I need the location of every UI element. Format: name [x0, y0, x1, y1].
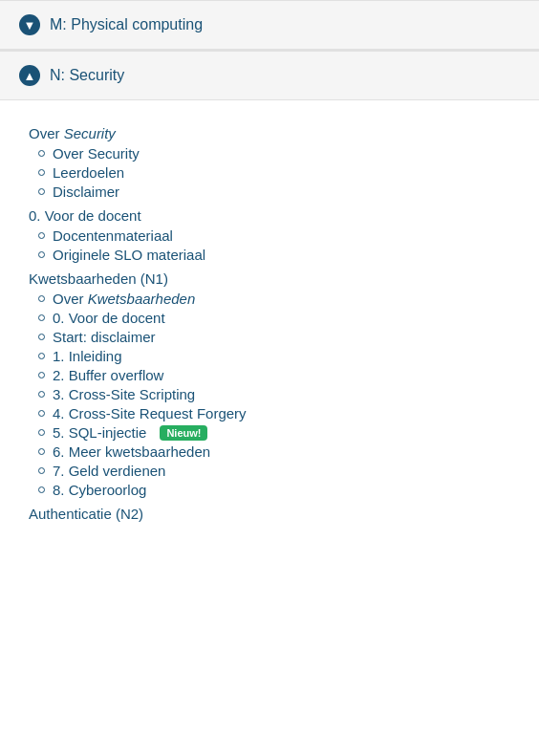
authenticatie-heading: Authenticatie (N2) — [29, 506, 510, 522]
over-kwetsbaarheden-link[interactable]: Over Kwetsbaarheden — [53, 291, 195, 307]
geld-verdienen-link[interactable]: 7. Geld verdienen — [53, 463, 165, 479]
over-security-list: Over Security Leerdoelen Disclaimer — [29, 145, 510, 200]
list-item: Docentenmateriaal — [29, 227, 510, 244]
voor-de-docent-label: 0. Voor de docent — [29, 207, 141, 224]
kwetsbaarheden-heading: Kwetsbaarheden (N1) — [29, 270, 510, 287]
leerdoelen-link[interactable]: Leerdoelen — [53, 164, 124, 181]
list-item: 2. Buffer overflow — [29, 367, 510, 383]
list-item: 8. Cyberoorlog — [29, 482, 510, 498]
list-item: 5. SQL-injectie Nieuw! — [29, 424, 510, 441]
bullet-icon — [38, 429, 45, 436]
section-security[interactable]: ▲ N: Security — [0, 51, 539, 100]
list-item: 0. Voor de docent — [29, 310, 510, 326]
bullet-icon — [38, 169, 45, 176]
list-item: Originele SLO materiaal — [29, 247, 510, 263]
list-item: Disclaimer — [29, 184, 510, 200]
disclaimer-link[interactable]: Disclaimer — [53, 184, 119, 200]
bullet-icon — [38, 448, 45, 455]
section-security-title: N: Security — [50, 67, 124, 84]
meer-kwetsbaarheden-link[interactable]: 6. Meer kwetsbaarheden — [53, 443, 210, 460]
cyberoorlog-link[interactable]: 8. Cyberoorlog — [53, 482, 146, 498]
cross-site-request-forgery-link[interactable]: 4. Cross-Site Request Forgery — [53, 405, 247, 421]
list-item: Leerdoelen — [29, 164, 510, 181]
toggle-collapse-icon: ▼ — [19, 14, 40, 35]
bullet-icon — [38, 188, 45, 195]
bullet-icon — [38, 251, 45, 258]
section-physical-computing-title: M: Physical computing — [50, 16, 203, 33]
bullet-icon — [38, 295, 45, 302]
bullet-icon — [38, 334, 45, 340]
bullet-icon — [38, 372, 45, 378]
docentenmateriaal-link[interactable]: Docentenmateriaal — [53, 227, 173, 244]
list-item: 1. Inleiding — [29, 348, 510, 364]
bullet-icon — [38, 232, 45, 239]
sql-injectie-link[interactable]: 5. SQL-injectie — [53, 424, 146, 441]
voor-de-docent-list: Docentenmateriaal Originele SLO materiaa… — [29, 227, 510, 263]
list-item: Over Security — [29, 145, 510, 162]
over-security-label: Over Security — [29, 125, 116, 141]
toggle-expand-icon: ▲ — [19, 65, 40, 86]
voor-de-docent-sub-link[interactable]: 0. Voor de docent — [53, 310, 165, 326]
list-item: 4. Cross-Site Request Forgery — [29, 405, 510, 421]
kwetsbaarheden-list: Over Kwetsbaarheden 0. Voor de docent St… — [29, 291, 510, 498]
list-item: 3. Cross-Site Scripting — [29, 386, 510, 402]
voor-de-docent-heading: 0. Voor de docent — [29, 207, 510, 224]
kwetsbaarheden-label: Kwetsbaarheden (N1) — [29, 270, 168, 287]
cross-site-scripting-link[interactable]: 3. Cross-Site Scripting — [53, 386, 195, 402]
list-item: Over Kwetsbaarheden — [29, 291, 510, 307]
over-security-link[interactable]: Over Security — [53, 145, 140, 162]
section-physical-computing[interactable]: ▼ M: Physical computing — [0, 0, 539, 50]
list-item: 7. Geld verdienen — [29, 463, 510, 479]
bullet-icon — [38, 353, 45, 359]
over-security-heading: Over Security — [29, 125, 510, 141]
start-disclaimer-link[interactable]: Start: disclaimer — [53, 329, 156, 345]
bullet-icon — [38, 391, 45, 398]
bullet-icon — [38, 410, 45, 417]
bullet-icon — [38, 467, 45, 474]
inleiding-link[interactable]: 1. Inleiding — [53, 348, 122, 364]
originele-slo-link[interactable]: Originele SLO materiaal — [53, 247, 205, 263]
security-content-area: Over Security Over Security Leerdoelen D… — [0, 100, 539, 535]
bullet-icon — [38, 486, 45, 493]
list-item: Start: disclaimer — [29, 329, 510, 345]
authenticatie-label: Authenticatie (N2) — [29, 506, 143, 522]
bullet-icon — [38, 314, 45, 321]
new-badge: Nieuw! — [160, 425, 207, 441]
bullet-icon — [38, 150, 45, 157]
buffer-overflow-link[interactable]: 2. Buffer overflow — [53, 367, 163, 383]
list-item: 6. Meer kwetsbaarheden — [29, 443, 510, 460]
